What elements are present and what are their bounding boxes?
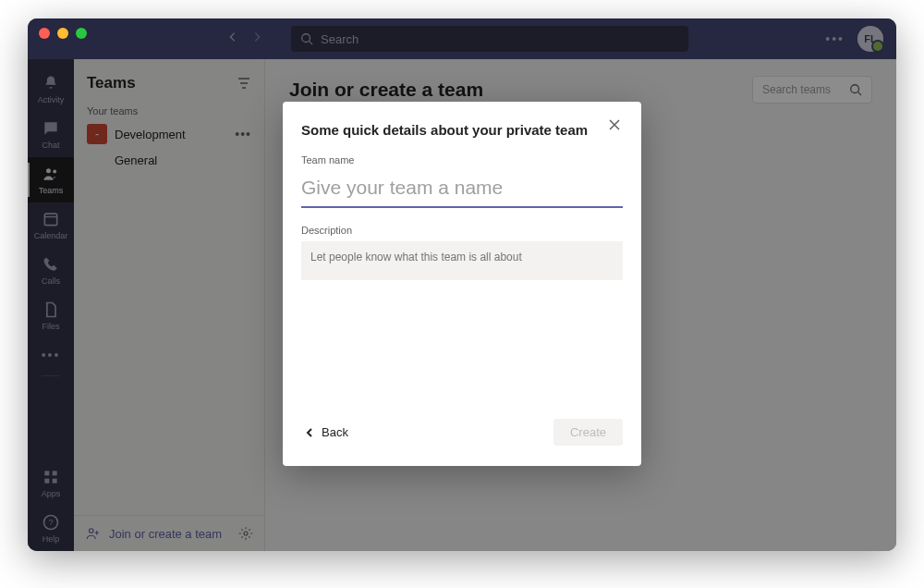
close-icon: [608, 118, 621, 131]
minimize-window-button[interactable]: [57, 28, 68, 39]
modal-close-button[interactable]: [608, 118, 625, 135]
chevron-left-icon: [305, 428, 314, 437]
team-name-input[interactable]: [301, 171, 623, 208]
create-button[interactable]: Create: [553, 419, 623, 446]
create-team-modal: Some quick details about your private te…: [283, 102, 641, 466]
description-input[interactable]: [301, 241, 623, 280]
window-controls: [39, 28, 87, 39]
back-button[interactable]: Back: [301, 420, 352, 445]
close-window-button[interactable]: [39, 28, 50, 39]
description-label: Description: [301, 225, 623, 236]
maximize-window-button[interactable]: [76, 28, 87, 39]
team-name-label: Team name: [301, 154, 623, 165]
app-window: Search ••• FL Activity Chat Teams Cale: [28, 18, 896, 551]
back-label: Back: [322, 425, 348, 439]
modal-title: Some quick details about your private te…: [301, 122, 623, 138]
